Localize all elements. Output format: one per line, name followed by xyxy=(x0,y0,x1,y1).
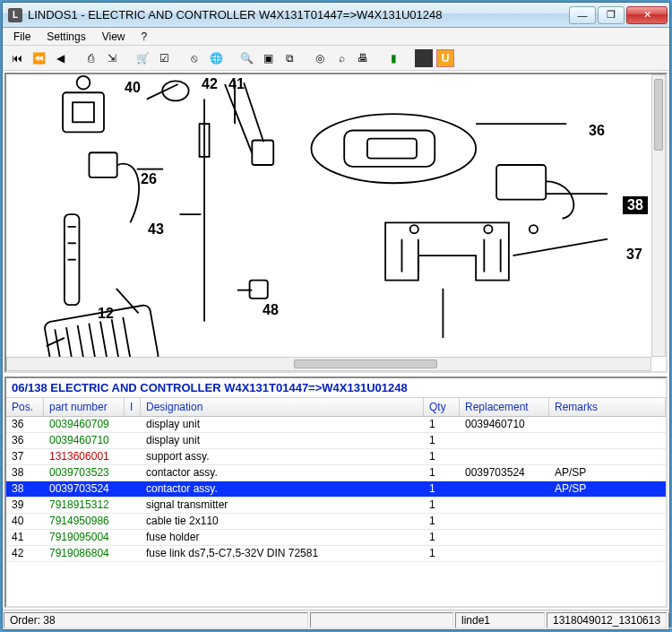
menu-help[interactable]: ? xyxy=(134,29,155,45)
checklist-icon[interactable]: ☑ xyxy=(155,49,173,67)
menu-file[interactable]: File xyxy=(6,29,38,45)
table-header: Pos. part number I Designation Qty Repla… xyxy=(6,397,666,417)
find-icon[interactable]: ⌕ xyxy=(332,49,350,67)
parts-diagram xyxy=(6,74,666,371)
target-icon[interactable]: ◎ xyxy=(311,49,329,67)
table-row[interactable]: 360039460709display unit10039460710 xyxy=(6,417,666,433)
svg-rect-19 xyxy=(252,140,273,165)
svg-rect-1 xyxy=(73,102,94,122)
status-blank xyxy=(310,612,453,628)
table-body: 360039460709display unit1003946071036003… xyxy=(6,417,666,606)
callout-48: 48 xyxy=(263,302,279,318)
callout-37: 37 xyxy=(626,247,642,263)
svg-point-27 xyxy=(530,225,538,233)
page-icon[interactable]: ▣ xyxy=(259,49,277,67)
svg-point-16 xyxy=(162,81,188,100)
col-remarks[interactable]: Remarks xyxy=(549,398,666,416)
book-icon[interactable]: ▮ xyxy=(384,49,402,67)
svg-rect-28 xyxy=(496,165,546,200)
callout-36: 36 xyxy=(589,123,605,139)
svg-rect-3 xyxy=(89,152,116,177)
svg-point-22 xyxy=(311,114,476,183)
toolbar: ⏮ ⏪ ◀ ⎙ ⇲ 🛒 ☑ ⦸ 🌐 🔍 ▣ ⧉ ◎ ⌕ 🖶 ▮ U xyxy=(3,46,669,71)
table-row[interactable]: 360039460710display unit1 xyxy=(6,433,666,449)
callout-43: 43 xyxy=(148,221,164,238)
callout-26: 26 xyxy=(141,171,157,187)
svg-rect-0 xyxy=(63,92,104,132)
menu-view[interactable]: View xyxy=(95,29,133,45)
col-part-number[interactable]: part number xyxy=(44,398,125,416)
copy-icon[interactable]: ⧉ xyxy=(280,49,298,67)
parts-table-pane: 06/138 ELECTRIC AND CONTROLLER W4X131T01… xyxy=(4,377,668,608)
nowire-icon[interactable]: ⦸ xyxy=(185,49,203,67)
globe-icon[interactable]: 🌐 xyxy=(207,49,225,67)
minimize-button[interactable]: — xyxy=(569,6,596,24)
callout-20: 20 xyxy=(8,372,24,373)
svg-line-15 xyxy=(123,317,130,359)
window-title: LINDOS1 - ELECTRIC AND CONTROLLER W4X131… xyxy=(28,8,569,22)
col-pos[interactable]: Pos. xyxy=(6,398,44,416)
diagram-vscroll[interactable] xyxy=(651,74,666,357)
callout-42: 42 xyxy=(202,76,218,92)
table-caption: 06/138 ELECTRIC AND CONTROLLER W4X131T01… xyxy=(6,378,666,397)
statusbar: Order: 38 linde1 1318049012_1310613 GB G… xyxy=(3,610,669,629)
status-doc: 1318049012_1310613 xyxy=(547,612,667,628)
first-icon[interactable]: ⏮ xyxy=(8,49,26,67)
titlebar: L LINDOS1 - ELECTRIC AND CONTROLLER W4X1… xyxy=(3,3,669,28)
col-designation[interactable]: Designation xyxy=(141,398,424,416)
diagram-hscroll[interactable] xyxy=(6,357,651,371)
svg-point-26 xyxy=(484,225,492,233)
print-icon[interactable]: 🖶 xyxy=(354,49,372,67)
rewind-icon[interactable]: ⏪ xyxy=(30,49,47,67)
prev-icon[interactable]: ◀ xyxy=(51,49,69,67)
table-row[interactable]: 417919095004fuse holder1 xyxy=(6,530,666,546)
menubar: File Settings View ? xyxy=(3,28,669,46)
app-icon: L xyxy=(8,8,22,22)
svg-rect-20 xyxy=(250,281,268,299)
col-qty[interactable]: Qty xyxy=(424,398,460,416)
svg-point-2 xyxy=(77,76,90,90)
u-button-icon[interactable]: U xyxy=(436,49,454,67)
svg-line-14 xyxy=(112,319,119,361)
status-lang1: GB xyxy=(668,612,672,628)
svg-rect-23 xyxy=(344,130,435,166)
cart-icon[interactable]: 🛒 xyxy=(134,49,151,67)
callout-41: 41 xyxy=(228,76,245,92)
diagram-viewport[interactable]: 40 42 41 26 43 48 12 20 36 38 37 44 xyxy=(4,73,668,373)
svg-line-31 xyxy=(244,82,263,142)
col-i[interactable]: I xyxy=(125,398,141,416)
callout-12: 12 xyxy=(98,306,114,322)
svg-point-25 xyxy=(410,225,418,233)
col-replacement[interactable]: Replacement xyxy=(460,398,549,416)
status-order: Order: 38 xyxy=(4,612,308,628)
callout-40: 40 xyxy=(125,80,141,96)
svg-line-39 xyxy=(513,239,607,255)
zoom-in-icon[interactable]: 🔍 xyxy=(237,49,255,67)
table-row[interactable]: 380039703524contactor assy.1AP/SP xyxy=(6,481,666,498)
table-row[interactable]: 397918915312signal transmitter1 xyxy=(6,498,666,514)
status-user: linde1 xyxy=(455,612,545,628)
table-row[interactable]: 427919086804fuse link ds7,5-C7,5-32V DIN… xyxy=(6,546,666,562)
close-button[interactable]: ✕ xyxy=(626,6,668,24)
callout-38-highlighted: 38 xyxy=(623,196,648,214)
svg-line-36 xyxy=(47,338,65,346)
flag-icon[interactable] xyxy=(415,49,433,67)
export-icon[interactable]: ⇲ xyxy=(103,49,121,67)
table-row[interactable]: 380039703523contactor assy.10039703524AP… xyxy=(6,465,666,481)
menu-settings[interactable]: Settings xyxy=(39,29,92,45)
save-icon[interactable]: ⎙ xyxy=(82,49,99,67)
svg-rect-24 xyxy=(367,139,417,159)
table-row[interactable]: 371313606001support assy.1 xyxy=(6,449,666,465)
app-window: L LINDOS1 - ELECTRIC AND CONTROLLER W4X1… xyxy=(2,2,670,630)
maximize-button[interactable]: ❐ xyxy=(598,6,625,24)
svg-line-29 xyxy=(147,84,178,100)
table-row[interactable]: 407914950986cable tie 2x1101 xyxy=(6,514,666,530)
